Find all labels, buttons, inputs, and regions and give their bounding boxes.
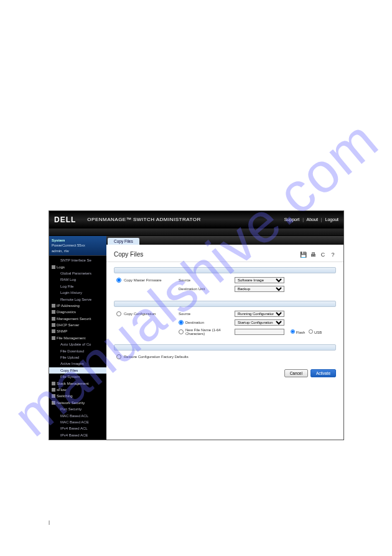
cancel-button[interactable]: Cancel — [284, 369, 308, 377]
sidebar-item-management-securit[interactable]: Management Securit — [49, 316, 106, 322]
refresh-icon[interactable]: C — [320, 252, 326, 258]
app-title: OPENMANAGE™ SWITCH ADMINISTRATOR — [87, 217, 284, 222]
destination-select[interactable]: Startup Configuration — [235, 319, 284, 326]
system-info-block: System PowerConnect 55xx admin, r/w — [49, 236, 106, 256]
sidebar-item-stack-management[interactable]: Stack Management — [49, 380, 106, 387]
page-title-row: Copy Files 💾 🖶 C ? — [106, 245, 343, 262]
sidebar-item-file-download[interactable]: File Download — [49, 348, 106, 354]
save-icon[interactable]: 💾 — [300, 252, 306, 258]
sidebar-item-ip-addressing[interactable]: IP Addressing — [49, 303, 106, 309]
sidebar-item-remote-log-serve[interactable]: Remote Log Serve — [49, 296, 106, 303]
source-label: Source — [179, 278, 235, 282]
sidebar-item-mac-based-ace[interactable]: MAC Based ACE — [49, 419, 106, 425]
sidebar-item-copy-files[interactable]: Copy Files — [49, 367, 106, 374]
sidebar-item-file-upload[interactable]: File Upload — [49, 354, 106, 360]
button-row: Cancel Activate — [106, 365, 343, 384]
sidebar-item-switching[interactable]: Switching — [49, 393, 106, 399]
sidebar-item-mac-based-acl[interactable]: MAC Based ACL — [49, 413, 106, 419]
config-source-select[interactable]: Running Configuration — [235, 311, 284, 317]
copy-configuration-label: Copy Configuration — [124, 312, 156, 316]
title-icons: 💾 🖶 C ? — [300, 252, 336, 258]
sidebar-item-log-file[interactable]: Log File — [49, 283, 106, 290]
sub-header-bar — [49, 229, 343, 236]
content-area: Copy Files Copy Files 💾 🖶 C ? — [106, 236, 343, 440]
sidebar-item-ipv4-based-ace[interactable]: IPv4 Based ACE — [49, 432, 106, 438]
flash-radio[interactable] — [291, 329, 295, 334]
sidebar-item-sflow[interactable]: sFlow — [49, 387, 106, 393]
sidebar-item-port-security[interactable]: Port Security — [49, 406, 106, 412]
about-link[interactable]: About — [307, 217, 318, 222]
dest-unit-label: Destination Unit — [179, 287, 235, 291]
sidebar-item-network-security[interactable]: Network Security — [49, 400, 106, 406]
sidebar-item-global-parameters[interactable]: Global Parameters — [49, 270, 106, 276]
usb-option[interactable]: USB — [309, 329, 322, 334]
restore-defaults-radio[interactable] — [116, 354, 121, 359]
nav-tree: SNTP Interface SeLogsGlobal ParametersRA… — [49, 256, 106, 440]
sidebar-item-sntp-interface-se[interactable]: SNTP Interface Se — [49, 257, 106, 263]
copy-configuration-radio[interactable] — [116, 311, 121, 316]
sidebar-item-snmp[interactable]: SNMP — [49, 328, 106, 334]
header-bar: DELL OPENMANAGE™ SWITCH ADMINISTRATOR Su… — [49, 211, 343, 229]
support-link[interactable]: Support — [284, 217, 300, 222]
header-links: Support | About | Logout — [284, 217, 338, 222]
copy-master-firmware-label: Copy Master Firmware — [124, 278, 162, 282]
dell-logo: DELL — [54, 215, 76, 224]
new-file-label: New File Name (1-64 Characters) — [185, 328, 235, 336]
logout-link[interactable]: Logout — [325, 217, 338, 222]
sidebar-item-ipv4-based-acl[interactable]: IPv4 Based ACL — [49, 425, 106, 431]
destination-label: Destination — [185, 321, 204, 324]
sidebar-item-auto-update-of-co[interactable]: Auto Update of Co — [49, 341, 106, 347]
new-file-radio[interactable] — [179, 329, 184, 334]
sidebar: System PowerConnect 55xx admin, r/w SNTP… — [49, 236, 106, 440]
sidebar-item-ram-log[interactable]: RAM Log — [49, 276, 106, 283]
help-icon[interactable]: ? — [330, 252, 336, 258]
sidebar-item-diagnostics[interactable]: Diagnostics — [49, 309, 106, 315]
app-window: DELL OPENMANAGE™ SWITCH ADMINISTRATOR Su… — [49, 210, 344, 440]
section-header — [114, 344, 336, 351]
sidebar-item-login-history[interactable]: Login History — [49, 290, 106, 296]
usb-radio[interactable] — [309, 329, 313, 334]
sidebar-item-file-management[interactable]: File Management — [49, 335, 106, 341]
source-select[interactable]: Software Image — [235, 277, 284, 283]
tab-row: Copy Files — [106, 236, 343, 245]
system-label: System — [52, 238, 104, 243]
config-source-label: Source — [179, 312, 235, 316]
new-file-input[interactable] — [235, 329, 284, 335]
sidebar-item-logs[interactable]: Logs — [49, 264, 106, 270]
page-title: Copy Files — [114, 251, 300, 258]
print-icon[interactable]: 🖶 — [310, 252, 316, 258]
activate-button[interactable]: Activate — [310, 369, 336, 377]
destination-radio[interactable] — [179, 320, 184, 325]
dest-unit-select[interactable]: Backup — [235, 286, 284, 292]
sidebar-item-dhcp-server[interactable]: DHCP Server — [49, 322, 106, 328]
tab-copy-files[interactable]: Copy Files — [108, 238, 139, 245]
copy-master-firmware-radio[interactable] — [116, 278, 121, 283]
section-restore-defaults: Restore Configuration Factory Defaults — [114, 344, 336, 363]
user-info: admin, r/w — [52, 248, 104, 253]
flash-option[interactable]: Flash — [291, 329, 305, 334]
section-header — [114, 301, 336, 307]
sidebar-item-file-system[interactable]: File System — [49, 374, 106, 380]
section-header — [114, 267, 336, 273]
section-copy-master-firmware: Copy Master Firmware Source Software Ima… — [114, 267, 336, 296]
device-name: PowerConnect 55xx — [52, 243, 104, 248]
separator: | — [321, 217, 322, 222]
page-footer-mark: | — [49, 519, 50, 525]
restore-defaults-label: Restore Configuration Factory Defaults — [124, 355, 189, 359]
separator: | — [302, 217, 304, 222]
section-copy-configuration: Copy Configuration Source Running Config… — [114, 301, 336, 339]
sidebar-item-active-images[interactable]: Active Images — [49, 360, 106, 367]
